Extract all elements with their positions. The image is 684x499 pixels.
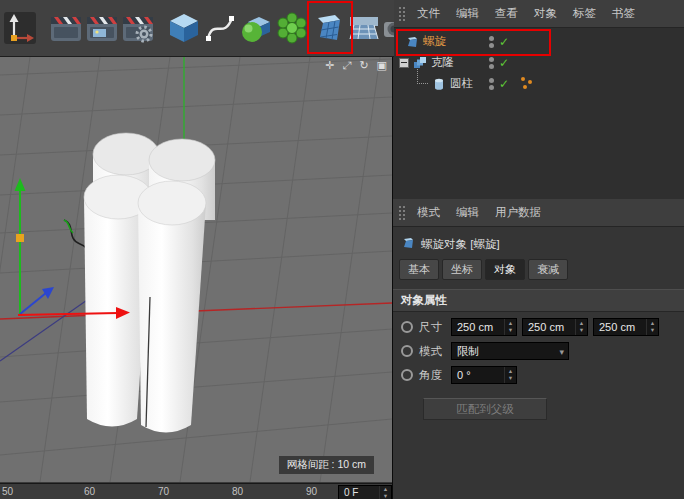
deformers-button[interactable]	[310, 3, 346, 53]
mode-label: 模式	[419, 344, 451, 359]
generators-icon	[239, 11, 273, 45]
ruler-tick: 80	[232, 486, 243, 497]
right-panel: 文件 编辑 查看 对象 标签 书签 螺旋	[392, 0, 684, 499]
viewport-3d[interactable]: 网格间距 : 10 cm	[0, 57, 392, 482]
axis-workplane-button[interactable]	[2, 3, 38, 53]
object-manager-menu: 文件 编辑 查看 对象 标签 书签	[393, 0, 684, 28]
array-flower-icon	[275, 11, 309, 45]
dropdown-arrow-icon	[559, 345, 568, 357]
tab-object[interactable]: 对象	[485, 259, 525, 280]
render-view-button[interactable]	[48, 3, 84, 53]
cloner-object-icon	[413, 56, 427, 70]
keyframe-circle-icon[interactable]	[401, 321, 413, 333]
visibility-dots[interactable]	[489, 78, 494, 90]
om-menu-bookmarks[interactable]: 书签	[604, 6, 643, 21]
panel-grip-icon[interactable]	[398, 6, 406, 21]
visibility-dots[interactable]	[489, 57, 494, 69]
am-menu-userdata[interactable]: 用户数据	[487, 205, 549, 220]
keyframe-circle-icon[interactable]	[401, 369, 413, 381]
size-x-field[interactable]: 250 cm	[451, 318, 517, 336]
spline-pen-button[interactable]	[202, 3, 238, 53]
frame-value: 0 F	[339, 487, 379, 498]
object-label: 螺旋	[423, 34, 446, 49]
cylinder-object-icon	[432, 77, 446, 91]
environment-floor-button[interactable]	[346, 3, 382, 53]
ruler-tick: 90	[306, 486, 317, 497]
maximize-view-icon[interactable]	[377, 58, 387, 72]
om-menu-tags[interactable]: 标签	[565, 6, 604, 21]
viewport-nav-controls	[325, 58, 387, 72]
object-row-cloner[interactable]: 克隆	[393, 52, 684, 73]
render-view-icon	[49, 11, 83, 45]
render-settings-icon	[121, 11, 155, 45]
render-picture-viewer-icon	[85, 11, 119, 45]
attribute-title: 螺旋对象 [螺旋]	[421, 237, 500, 252]
camera-button[interactable]	[382, 3, 394, 53]
size-y-field[interactable]: 250 cm	[522, 318, 588, 336]
angle-field[interactable]: 0 °	[451, 366, 517, 384]
timeline-ruler[interactable]: 50 60 70 80 90 0 F	[0, 483, 392, 499]
enabled-check-icon[interactable]	[499, 35, 509, 49]
mograph-tag-icon[interactable]	[520, 77, 535, 90]
render-picture-viewer-button[interactable]	[84, 3, 120, 53]
stepper-icon[interactable]	[504, 367, 516, 383]
object-row-cylinder[interactable]: 圆柱	[393, 73, 684, 94]
om-menu-file[interactable]: 文件	[409, 6, 448, 21]
visibility-dots[interactable]	[489, 36, 494, 48]
mode-field-row: 模式 限制	[393, 336, 684, 360]
stepper-icon[interactable]	[646, 319, 658, 335]
array-modeling-button[interactable]	[274, 3, 310, 53]
twist-deformer-icon	[311, 11, 345, 45]
enabled-check-icon[interactable]	[499, 77, 509, 91]
grid-spacing-label: 网格间距 : 10 cm	[279, 456, 374, 474]
orbit-view-icon[interactable]	[359, 58, 368, 72]
twist-object-icon	[405, 35, 419, 49]
am-menu-edit[interactable]: 编辑	[448, 205, 487, 220]
main-toolbar	[0, 0, 394, 57]
object-manager-tree: 螺旋 克隆	[393, 28, 684, 199]
tab-basic[interactable]: 基本	[399, 259, 439, 280]
ruler-tick: 70	[158, 486, 169, 497]
ruler-tick: 50	[2, 486, 13, 497]
cube-primitive-icon	[167, 11, 201, 45]
mode-dropdown[interactable]: 限制	[451, 342, 569, 360]
pan-view-icon[interactable]	[325, 58, 334, 72]
cinema4d-window: 网格间距 : 10 cm 50 60 70 80 90 0 F 文件 编辑 查看…	[0, 0, 684, 499]
object-label: 圆柱	[450, 76, 473, 91]
attribute-tabs: 基本 坐标 对象 衰减	[393, 257, 684, 287]
object-row-twist[interactable]: 螺旋	[393, 31, 684, 52]
frame-stepper[interactable]	[379, 486, 391, 499]
attribute-manager: 螺旋对象 [螺旋] 基本 坐标 对象 衰减 对象属性 尺寸 250 cm 250…	[393, 227, 684, 499]
tab-falloff[interactable]: 衰减	[528, 259, 568, 280]
expand-toggle-icon[interactable]	[399, 58, 409, 68]
om-menu-object[interactable]: 对象	[526, 6, 565, 21]
size-z-field[interactable]: 250 cm	[593, 318, 659, 336]
section-header-object-properties: 对象属性	[393, 289, 684, 312]
om-menu-edit[interactable]: 编辑	[448, 6, 487, 21]
fit-to-parent-button[interactable]: 匹配到父级	[423, 398, 547, 420]
floor-grid-icon	[347, 11, 381, 45]
generators-button[interactable]	[238, 3, 274, 53]
viewport-scene	[0, 57, 392, 482]
ruler-tick: 60	[84, 486, 95, 497]
tab-coordinates[interactable]: 坐标	[442, 259, 482, 280]
angle-field-row: 角度 0 °	[393, 360, 684, 384]
am-menu-mode[interactable]: 模式	[409, 205, 448, 220]
attribute-title-row: 螺旋对象 [螺旋]	[393, 231, 684, 257]
camera-icon	[383, 11, 394, 45]
keyframe-circle-icon[interactable]	[401, 345, 413, 357]
stepper-icon[interactable]	[575, 319, 587, 335]
attribute-manager-menu: 模式 编辑 用户数据	[393, 199, 684, 227]
zoom-view-icon[interactable]	[343, 58, 352, 72]
current-frame-field[interactable]: 0 F	[338, 485, 392, 499]
size-field-row: 尺寸 250 cm 250 cm 250 cm	[393, 312, 684, 336]
panel-grip-icon[interactable]	[398, 205, 406, 220]
tree-connector	[417, 69, 428, 84]
render-settings-button[interactable]	[120, 3, 156, 53]
enabled-check-icon[interactable]	[499, 56, 509, 70]
add-cube-button[interactable]	[166, 3, 202, 53]
stepper-icon[interactable]	[504, 319, 516, 335]
object-label: 克隆	[431, 55, 454, 70]
om-menu-view[interactable]: 查看	[487, 6, 526, 21]
angle-label: 角度	[419, 368, 451, 383]
